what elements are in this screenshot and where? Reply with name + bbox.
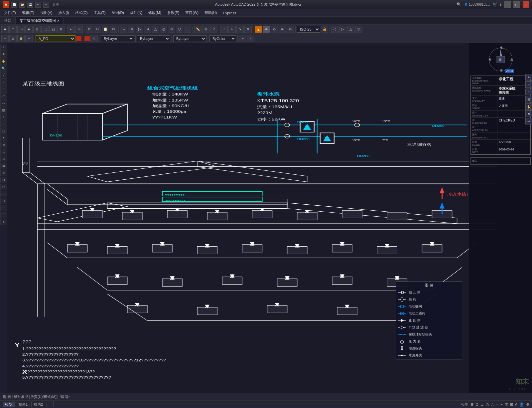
menu-format[interactable]: 格式(O)	[72, 10, 90, 16]
open-btn[interactable]: 📂	[19, 2, 25, 8]
layer-color[interactable]	[76, 36, 81, 41]
annotation-icon[interactable]: A	[515, 402, 517, 406]
tb-btn-24[interactable]: 📏	[194, 26, 201, 33]
lt-copy[interactable]: ⧉	[0, 142, 7, 148]
color-swatch[interactable]	[84, 36, 90, 41]
lt-rotate[interactable]: ↻	[0, 170, 7, 176]
lt-circle[interactable]: ○	[0, 86, 7, 93]
tb-btn-27[interactable]: ⊿	[220, 26, 228, 33]
tab-model[interactable]: 模型	[3, 402, 15, 407]
match-btn-2[interactable]: ≡	[247, 35, 254, 42]
tb-btn-34[interactable]: ⊗	[279, 26, 286, 33]
tb-btn-9[interactable]: ↩	[67, 26, 75, 33]
lt-zoom[interactable]: 🔍	[0, 65, 7, 72]
tb-more-2[interactable]: ▷	[339, 26, 346, 33]
app-logo[interactable]: A	[3, 1, 9, 8]
menu-draw[interactable]: 绘图(D)	[109, 10, 127, 16]
tb-btn-19[interactable]: △	[152, 26, 159, 33]
layer-btn-2[interactable]: ⊞	[9, 35, 17, 42]
lt-pan[interactable]: ✋	[0, 58, 7, 65]
tb-more-4[interactable]: ▽	[355, 26, 362, 33]
canvas-area[interactable]: znzmo.com www.znzmo.com znzmo.com www.zn…	[7, 43, 532, 393]
new-btn[interactable]: 📄	[11, 2, 17, 8]
tab-start[interactable]: 开始	[0, 17, 16, 24]
close-button[interactable]: ×	[523, 1, 529, 8]
tb-btn-5[interactable]: ⊞	[33, 26, 41, 33]
lt-line[interactable]: ╱	[0, 72, 7, 79]
tb-btn-15[interactable]: ↔	[120, 26, 127, 33]
otrack-icon[interactable]: ∞	[496, 402, 498, 406]
match-props[interactable]: ≋	[239, 35, 246, 42]
tab-add[interactable]: +	[47, 402, 53, 407]
back-btn[interactable]: ↩	[525, 118, 532, 124]
grid-icon[interactable]: ⊞	[470, 402, 473, 407]
zoom-out-btn[interactable]: −	[525, 81, 532, 88]
color-final-dropdown[interactable]: ByColor	[209, 35, 236, 42]
layer-dropdown[interactable]: A_FG	[36, 35, 75, 42]
tb-btn-14[interactable]: ⧉	[110, 26, 117, 33]
orbit-btn[interactable]: ↻	[525, 110, 532, 117]
tb-btn-1[interactable]: ■	[1, 26, 9, 33]
minimize-button[interactable]: —	[504, 1, 511, 8]
lt-dim[interactable]: ↔	[0, 121, 7, 127]
tb-btn-26[interactable]: ?	[210, 26, 217, 33]
tb-btn-10[interactable]: ↪	[75, 26, 83, 33]
undo-btn[interactable]: ↩	[35, 2, 41, 8]
menu-insert[interactable]: 插入(I)	[56, 10, 71, 16]
maximize-button[interactable]: □	[513, 1, 520, 8]
tb-btn-22[interactable]: ⬡	[176, 26, 183, 33]
lt-text[interactable]: A	[0, 114, 7, 120]
snap-icon[interactable]: ⊙	[475, 402, 478, 407]
layer-btn-1[interactable]: ≡	[1, 35, 9, 42]
lt-extend[interactable]: ⟶	[0, 191, 7, 197]
shop-icon[interactable]: 🛒	[493, 2, 497, 7]
tb-btn-17[interactable]: ▷	[136, 26, 143, 33]
lt-fillet[interactable]: ⌒	[0, 212, 7, 218]
tb-btn-12[interactable]: ✂	[94, 26, 101, 33]
tb-btn-20[interactable]: ◎	[160, 26, 167, 33]
lt-arc[interactable]: ◠	[0, 93, 7, 100]
tab-layout2[interactable]: 布局2	[31, 402, 45, 407]
tb-btn-13[interactable]: 📋	[102, 26, 109, 33]
lt-select[interactable]: ↖	[0, 44, 7, 51]
menu-express[interactable]: Express	[220, 10, 239, 16]
info-icon[interactable]: ℹ	[500, 2, 501, 7]
redo-btn[interactable]: ↪	[43, 2, 49, 8]
tb-btn-11[interactable]: ⟳	[86, 26, 93, 33]
tb-btn-3[interactable]: ▭	[17, 26, 25, 33]
menu-help[interactable]: 帮助(H)	[202, 10, 219, 16]
lineweight-icon[interactable]: ≡	[500, 402, 502, 406]
menu-annotate[interactable]: 标注(N)	[127, 10, 145, 16]
tb-btn-7[interactable]: ◱	[49, 26, 57, 33]
tb-btn-21[interactable]: ⊙	[168, 26, 175, 33]
settings-icon[interactable]: ⚙	[526, 402, 529, 407]
tb-btn-28[interactable]: ⊾	[228, 26, 236, 33]
tb-btn-25[interactable]: ⊞	[202, 26, 209, 33]
linetype-dropdown-2[interactable]: ByLayer	[173, 35, 206, 42]
menu-window[interactable]: 窗口(W)	[183, 10, 201, 16]
lt-erase[interactable]: ✗	[0, 135, 7, 141]
lt-block[interactable]: ⬚	[0, 128, 7, 134]
scale-lock[interactable]: 🔒	[321, 26, 328, 33]
menu-params[interactable]: 参数(P)	[165, 10, 182, 16]
pan-btn[interactable]: ✋	[525, 103, 532, 110]
tb-btn-16[interactable]: ⊕	[128, 26, 135, 33]
tab-layout1[interactable]: 布局1	[16, 402, 30, 407]
tb-btn-4[interactable]: ◈	[25, 26, 33, 33]
lt-trim[interactable]: ✂	[0, 184, 7, 190]
menu-tools[interactable]: 工具(T)	[91, 10, 108, 16]
lt-array[interactable]: ⊞	[0, 163, 7, 169]
tb-btn-33[interactable]: ⊘	[271, 26, 278, 33]
tb-btn-23[interactable]: ⋯	[184, 26, 191, 33]
menu-file[interactable]: 文件(F)	[1, 10, 19, 16]
selection-icon[interactable]: ⊡	[510, 402, 513, 407]
tb-more-3[interactable]: △	[347, 26, 354, 33]
tb-btn-29[interactable]: ⊽	[236, 26, 244, 33]
user-icon[interactable]: 👤	[519, 402, 524, 407]
lt-mirror[interactable]: ⇔	[0, 149, 7, 155]
lt-rect[interactable]: ▭	[0, 100, 7, 106]
lt-scale[interactable]: ⊡	[0, 177, 7, 183]
tb-btn-8[interactable]: ⊠	[57, 26, 65, 33]
lt-hatch[interactable]: ▧	[0, 107, 7, 113]
zoom-in-btn[interactable]: +	[525, 74, 532, 81]
